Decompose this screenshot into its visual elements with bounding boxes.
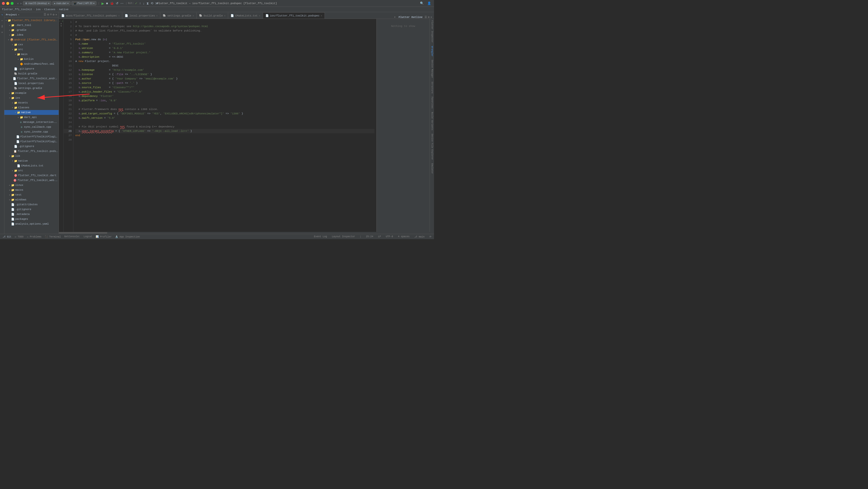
git-push-button[interactable]: ↑ [138,1,142,6]
tree-item-gitignore_root[interactable]: 📄.gitignore [4,207,59,212]
tree-item-android[interactable]: ▾📦android [flutter_ffi_toolkit_android] [4,37,59,42]
scroll-to-top-icon[interactable]: ☰ [43,13,46,17]
indent-display[interactable]: 4 spaces [397,235,411,238]
commit-side-icon[interactable]: C [0,19,4,22]
tree-item-classes[interactable]: ▾📁Classes [4,105,59,110]
tab-ios-podspec[interactable]: 📄 ios/flutter_ffi_toolkit.podspec ✕ [263,12,325,19]
git-check-button[interactable]: ✓ [134,1,138,6]
emulator-tab[interactable]: Emulator [430,162,434,175]
tree-item-cmakelists[interactable]: 📄CMakeLists.txt [4,163,59,168]
forward-button[interactable]: › [20,1,22,6]
tree-item-assets[interactable]: ▸📁Assets [4,100,59,105]
favorites-tab[interactable]: Favorites [430,96,434,110]
tree-item-flutter_ffi_toolkit_android_iml[interactable]: 📄flutter_ffi_toolkit_android.iml [4,76,59,81]
tree-item-kotlin[interactable]: ▸📁kotlin [4,57,59,62]
tree-item-flutter_ffi_toolkit_plugin_h[interactable]: 📄FlutterFfiToolkitPlugin.h [4,134,59,139]
more-button[interactable]: ⋯ [119,1,124,6]
project-side-icon[interactable]: P [0,13,4,17]
tree-item-sync_invoke_cpp[interactable]: ⚙sync_invoke.cpp [4,130,59,134]
run-button[interactable]: ▶ [100,1,105,6]
line-col-display[interactable]: 25:24 [365,235,374,238]
tree-item-main[interactable]: ▾📁main [4,52,59,57]
tree-item-gitattributes[interactable]: 📄.gitattributes [4,202,59,207]
code-editor[interactable]: # # To learn more about a Podspec see ht… [73,19,376,232]
tree-item-androidmanifest[interactable]: 🔶AndroidManifest.xml [4,62,59,66]
tree-item-linux[interactable]: ▸📁linux [4,183,59,188]
tree-item-lib[interactable]: ▾📁lib [4,154,59,159]
logcat-btn[interactable]: Logcat [82,235,93,238]
structure-tab[interactable]: Structure [430,81,434,94]
search-button[interactable]: 🔍 [419,1,425,6]
main-file-button[interactable]: ▸ main.dart ▾ [52,1,71,5]
tree-item-packages[interactable]: 📄packages [4,217,59,222]
encoding-display[interactable]: UTF-8 [384,235,394,238]
todo-btn[interactable]: ☑ TODO [13,235,25,238]
resource-manager-side-icon[interactable]: R [0,31,4,34]
tab-close-icon[interactable]: ✕ [224,14,225,17]
profiler-btn[interactable]: 📊 Profiler [94,235,113,238]
run-config-button[interactable]: 🖥 macOS (desktop) ▾ [23,1,51,5]
tab-settings-gradle[interactable]: 🐘 settings.gradle ✕ [160,12,197,19]
breadcrumb-ios[interactable]: ios [36,8,41,11]
sync-icon[interactable]: ⟳ [428,235,433,238]
tree-item-src_android[interactable]: ▾📁src [4,47,59,52]
nav-down-icon[interactable]: ▼ [61,25,62,27]
event-log-btn[interactable]: Event Log [313,235,328,238]
tree-item-gitignore_ios[interactable]: 📄.gitignore [4,144,59,149]
tree-item-dart_tool[interactable]: ▸📁.dart_tool [4,23,59,28]
outline-icon[interactable]: ☰ [425,16,427,19]
git-history-button[interactable]: ⧗ [146,1,150,6]
back-button[interactable]: ‹ [17,1,20,6]
tree-item-settings_gradle[interactable]: 🐘settings.gradle [4,86,59,91]
tree-item-flutter_ffi_toolkit_web_dart[interactable]: 🎯flutter_ffi_toolkit_web.dart [4,178,59,183]
tree-item-gitignore_android[interactable]: 📄.gitignore [4,66,59,71]
scrollbar-thumb[interactable] [59,232,107,234]
tab-acos-podspec[interactable]: 📄 acos/flutter_ffi_toolkit.podspec ✕ [59,12,122,19]
pull-requests-side-icon[interactable]: PR [0,25,4,28]
checkmark-btn[interactable]: ✓ 4 [59,20,63,23]
tree-item-idea[interactable]: ▸📁.idea [4,32,59,37]
project-dropdown-icon[interactable]: ▾ [18,13,20,16]
tab-close-icon[interactable]: ✕ [321,14,322,17]
terminal-btn[interactable]: ⬛ Terminal [43,235,62,238]
get-console-btn[interactable]: GetConsole: [63,235,82,238]
tree-item-native_lib[interactable]: ▾📁native [4,159,59,163]
nav-up-icon[interactable]: ▲ [61,23,62,25]
flutter-inspector-tab[interactable]: Flutter Inspector [430,19,434,44]
maximize-button[interactable] [11,2,13,5]
device-file-explorer-tab[interactable]: Device File Explorer [430,133,434,161]
git-bottom-btn[interactable]: ⎇ Git [1,235,12,238]
debug-button[interactable]: 🐞 [109,1,115,6]
tab-local-properties[interactable]: 📄 local.properties ✕ [122,12,160,19]
horizontal-scrollbar[interactable] [59,232,434,234]
outline-close-icon[interactable]: ✕ [430,16,432,19]
tree-item-src_lib[interactable]: ▸📁src [4,168,59,173]
tree-item-local_properties[interactable]: 📄local.properties [4,81,59,86]
settings-icon[interactable]: ⚙ [53,13,55,17]
layout-inspector-btn[interactable]: Layout Inspector [331,235,356,238]
minimize-button[interactable] [6,2,9,5]
branch-display[interactable]: ⎇ main [413,235,426,238]
breadcrumb-native[interactable]: native [59,8,68,11]
breadcrumb-classes[interactable]: Classes [44,8,55,11]
tab-dropdown-icon[interactable]: ▾ [394,16,396,19]
tree-item-ios[interactable]: ▾📁ios [4,95,59,100]
tree-item-message_interaction_cpp[interactable]: ⚙message_interaction.cpp [4,120,59,124]
tree-item-macos[interactable]: ▸📁macos [4,188,59,193]
tree-item-cxx[interactable]: ▸📁cxx [4,42,59,47]
tab-close-icon[interactable]: ✕ [192,14,194,17]
tab-close-icon[interactable]: ✕ [118,14,120,17]
tree-item-flutter_ffi_toolkit_plugin_m[interactable]: 📄FlutterFfiToolkitPlugin.m [4,139,59,144]
tab-close-icon[interactable]: ✕ [259,14,260,17]
tree-item-example[interactable]: ▸📁example [4,91,59,95]
filter-icon[interactable]: ≡ [50,13,52,17]
app-inspection-btn[interactable]: 🔬 App Inspection [114,235,141,238]
tab-close-icon[interactable]: ✕ [156,14,158,17]
breadcrumb-root[interactable]: flutter_ffi_toolkit [2,8,32,11]
problems-btn[interactable]: ⚠ Problems [26,235,42,238]
tree-item-test[interactable]: ▸📁test [4,193,59,197]
tree-item-build_gradle[interactable]: 🐘build.gradle [4,71,59,76]
close-panel-icon[interactable]: ✕ [56,13,57,17]
git-rollback-button[interactable]: ⟲ [150,1,154,6]
avatar-button[interactable]: 👤 [426,1,432,6]
